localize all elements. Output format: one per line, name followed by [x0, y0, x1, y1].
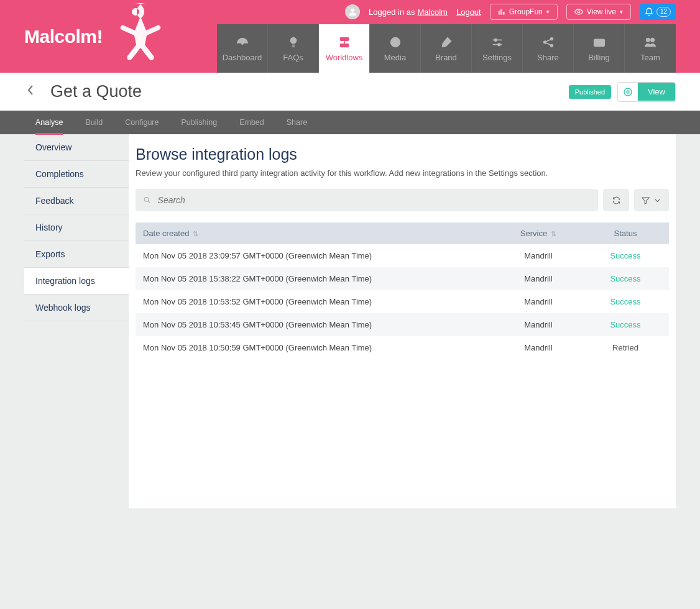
svg-point-25 — [601, 42, 603, 44]
view-eye-icon[interactable] — [618, 83, 638, 101]
cell-date: Mon Nov 05 2018 15:38:22 GMT+0000 (Green… — [136, 267, 495, 290]
cell-service: Mandrill — [495, 313, 582, 336]
sidebar-item-completions[interactable]: Completions — [24, 161, 129, 188]
gauge-icon — [236, 35, 249, 49]
sidebar-item-feedback[interactable]: Feedback — [24, 188, 129, 214]
view-live-button[interactable]: View live ▾ — [566, 4, 631, 20]
search-icon — [143, 196, 152, 204]
col-status[interactable]: Status — [582, 222, 669, 244]
nav-workflows[interactable]: Workflows — [319, 24, 370, 73]
media-icon — [389, 35, 402, 49]
sidebar-item-webhook-logs[interactable]: Webhook logs — [24, 295, 129, 321]
sidebar-item-integration-logs[interactable]: Integration logs — [24, 268, 129, 295]
bulb-icon — [287, 35, 300, 49]
main-heading: Browse integration logs — [136, 145, 669, 163]
bell-icon — [645, 7, 653, 16]
cell-status: Success — [582, 244, 669, 267]
sort-icon: ⇅ — [193, 230, 198, 237]
nav-faqs[interactable]: FAQs — [268, 24, 319, 73]
caret-down-icon: ▾ — [620, 9, 623, 15]
nav-share[interactable]: Share — [523, 24, 574, 73]
monkey-logo-icon — [108, 0, 163, 73]
table-row[interactable]: Mon Nov 05 2018 10:53:45 GMT+0000 (Green… — [136, 313, 669, 336]
svg-point-7 — [290, 37, 296, 43]
nav-media[interactable]: Media — [370, 24, 421, 73]
svg-point-18 — [497, 43, 500, 45]
cell-date: Mon Nov 05 2018 10:53:52 GMT+0000 (Green… — [136, 290, 495, 313]
sidebar-item-overview[interactable]: Overview — [24, 134, 129, 161]
avatar[interactable] — [345, 4, 360, 19]
table-row[interactable]: Mon Nov 05 2018 23:09:57 GMT+0000 (Green… — [136, 244, 669, 267]
svg-point-20 — [550, 37, 553, 40]
instance-icon — [498, 8, 505, 16]
notification-count: 12 — [656, 7, 671, 17]
nav-settings[interactable]: Settings — [472, 24, 523, 73]
page-title: Get a Quote — [50, 82, 142, 101]
filter-button[interactable] — [634, 189, 669, 211]
svg-rect-1 — [499, 11, 500, 14]
eye-icon — [574, 7, 583, 16]
table-row[interactable]: Mon Nov 05 2018 15:38:22 GMT+0000 (Green… — [136, 267, 669, 290]
nav-team[interactable]: Team — [625, 24, 676, 73]
sliders-icon — [490, 35, 504, 49]
subtab-build[interactable]: Build — [74, 111, 114, 134]
cell-status: Success — [582, 267, 669, 290]
user-link[interactable]: Malcolm — [418, 7, 448, 17]
view-button[interactable]: View — [638, 83, 675, 101]
svg-rect-11 — [340, 44, 348, 47]
svg-marker-32 — [642, 198, 649, 204]
cell-date: Mon Nov 05 2018 10:50:59 GMT+0000 (Green… — [136, 336, 495, 359]
top-bar: Malcolm! Logged in as Malcolm Logout Gro… — [0, 0, 700, 73]
brand-name: Malcolm! — [24, 26, 103, 47]
logout-link[interactable]: Logout — [456, 7, 481, 17]
search-box[interactable] — [136, 189, 598, 211]
logs-table: Date created⇅ Service⇅ Status Mon Nov 05… — [136, 222, 669, 359]
svg-point-4 — [578, 11, 580, 13]
svg-point-19 — [543, 41, 546, 44]
svg-point-30 — [144, 197, 149, 201]
cell-status: Retried — [582, 336, 669, 359]
share-icon — [541, 35, 555, 49]
subtab-share[interactable]: Share — [275, 111, 318, 134]
group-switcher[interactable]: GroupFun ▾ — [490, 4, 558, 20]
toolbar — [136, 189, 669, 211]
subtab-embed[interactable]: Embed — [228, 111, 275, 134]
table-row[interactable]: Mon Nov 05 2018 10:53:52 GMT+0000 (Green… — [136, 290, 669, 313]
refresh-button[interactable] — [603, 189, 629, 211]
subtab-configure[interactable]: Configure — [114, 111, 170, 134]
sidebar-item-exports[interactable]: Exports — [24, 241, 129, 268]
refresh-icon — [612, 196, 621, 205]
svg-line-31 — [148, 201, 150, 203]
back-button[interactable] — [24, 82, 37, 101]
col-service[interactable]: Service⇅ — [495, 222, 582, 244]
cell-service: Mandrill — [495, 244, 582, 267]
nav-dashboard[interactable]: Dashboard — [217, 24, 268, 73]
svg-point-14 — [394, 41, 397, 44]
sidebar-item-history[interactable]: History — [24, 214, 129, 241]
chevron-down-icon — [653, 196, 662, 205]
nav-billing[interactable]: Billing — [574, 24, 625, 73]
svg-rect-3 — [503, 12, 504, 15]
nav-brand[interactable]: Brand — [421, 24, 472, 73]
subtab-publishing[interactable]: Publishing — [170, 111, 228, 134]
svg-point-27 — [651, 38, 655, 42]
page-header: Get a Quote Published View — [0, 73, 700, 111]
table-row[interactable]: Mon Nov 05 2018 10:50:59 GMT+0000 (Green… — [136, 336, 669, 359]
cell-date: Mon Nov 05 2018 10:53:45 GMT+0000 (Green… — [136, 313, 495, 336]
subtab-analyse[interactable]: Analyse — [24, 111, 74, 134]
cell-service: Mandrill — [495, 290, 582, 313]
main-description: Review your configured third party integ… — [136, 168, 669, 178]
view-button-group: View — [617, 82, 676, 102]
main-nav: Dashboard FAQs Workflows Media Brand Set… — [217, 24, 676, 73]
published-badge: Published — [569, 85, 611, 99]
chevron-left-icon — [27, 85, 34, 96]
workflow-icon — [338, 35, 351, 49]
svg-rect-10 — [340, 37, 348, 40]
logo[interactable]: Malcolm! — [24, 0, 163, 73]
col-date[interactable]: Date created⇅ — [136, 222, 495, 244]
user-row: Logged in as Malcolm Logout GroupFun ▾ V… — [345, 0, 676, 24]
caret-down-icon: ▾ — [546, 9, 550, 15]
cell-service: Mandrill — [495, 267, 582, 290]
notifications-button[interactable]: 12 — [640, 4, 676, 20]
search-input[interactable] — [158, 195, 591, 205]
